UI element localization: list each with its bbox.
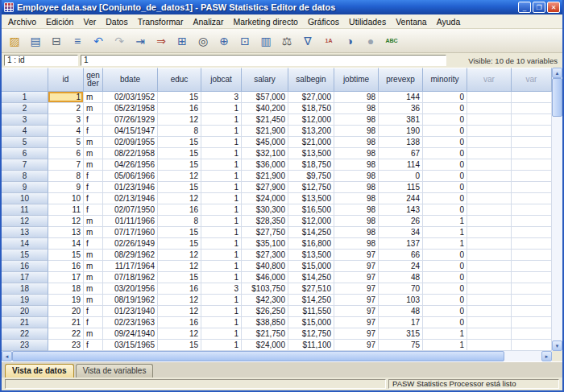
cell[interactable]: 02/23/1963 bbox=[103, 317, 158, 328]
row-header[interactable]: 10 bbox=[2, 193, 48, 204]
cell[interactable]: 26 bbox=[379, 216, 423, 227]
cell[interactable] bbox=[512, 261, 552, 272]
column-header-prevexp[interactable]: prevexp bbox=[379, 68, 423, 92]
cell[interactable]: m bbox=[84, 92, 103, 103]
menu-archivo[interactable]: Archivo bbox=[3, 15, 41, 28]
cell[interactable]: 144 bbox=[379, 92, 423, 103]
hscroll-thumb[interactable] bbox=[12, 351, 504, 361]
cell[interactable]: 15 bbox=[158, 92, 201, 103]
vscroll-thumb[interactable] bbox=[552, 78, 562, 117]
cell[interactable]: 08/19/1962 bbox=[103, 295, 158, 306]
cell[interactable] bbox=[512, 250, 552, 261]
row-header[interactable]: 8 bbox=[2, 171, 48, 182]
cell[interactable]: 02/09/1955 bbox=[103, 137, 158, 148]
cell[interactable]: 1 bbox=[423, 340, 467, 351]
cell[interactable] bbox=[467, 272, 512, 283]
cell[interactable]: 1 bbox=[201, 148, 242, 159]
cell[interactable] bbox=[467, 250, 512, 261]
cell[interactable]: 0 bbox=[423, 204, 467, 216]
cell[interactable] bbox=[512, 283, 552, 295]
cell[interactable]: 02/03/1952 bbox=[103, 92, 158, 103]
cell[interactable]: 0 bbox=[423, 283, 467, 295]
cell[interactable]: 0 bbox=[423, 159, 467, 171]
cell[interactable]: 98 bbox=[334, 159, 379, 171]
cell[interactable]: 97 bbox=[334, 272, 379, 283]
cell[interactable]: 02/13/1946 bbox=[103, 193, 158, 204]
cell[interactable] bbox=[467, 148, 512, 159]
cell[interactable] bbox=[467, 204, 512, 216]
cell[interactable]: $13,500 bbox=[288, 193, 334, 204]
cell[interactable]: 1 bbox=[201, 227, 242, 238]
cell[interactable]: 19 bbox=[48, 295, 84, 306]
cell[interactable]: 05/06/1966 bbox=[103, 171, 158, 182]
open-data-icon[interactable]: ▨ bbox=[5, 31, 24, 51]
cell[interactable]: f bbox=[84, 340, 103, 351]
cell[interactable] bbox=[512, 92, 552, 103]
value-labels-icon[interactable]: 1A bbox=[319, 31, 338, 51]
cell[interactable] bbox=[512, 272, 552, 283]
cell[interactable] bbox=[467, 171, 512, 182]
cell[interactable]: m bbox=[84, 328, 103, 340]
row-header[interactable]: 19 bbox=[2, 295, 48, 306]
cell[interactable]: $12,750 bbox=[288, 182, 334, 193]
cell[interactable]: 02/26/1949 bbox=[103, 238, 158, 250]
menu-datos[interactable]: Datos bbox=[101, 15, 132, 28]
cell[interactable]: $30,300 bbox=[242, 204, 288, 216]
cell[interactable]: 1 bbox=[201, 216, 242, 227]
show-all-variables-icon[interactable]: ● bbox=[361, 31, 380, 51]
cell[interactable]: 01/11/1966 bbox=[103, 216, 158, 227]
cell[interactable]: $45,000 bbox=[242, 137, 288, 148]
menu-analizar[interactable]: Analizar bbox=[188, 15, 228, 28]
cell[interactable]: 12 bbox=[158, 261, 201, 272]
cell[interactable]: $21,450 bbox=[242, 114, 288, 126]
cell[interactable]: 98 bbox=[334, 103, 379, 114]
cell[interactable]: $16,500 bbox=[288, 204, 334, 216]
cell[interactable]: 12 bbox=[158, 250, 201, 261]
cell[interactable]: 16 bbox=[158, 317, 201, 328]
cell[interactable]: $21,000 bbox=[288, 137, 334, 148]
cell[interactable]: $40,800 bbox=[242, 261, 288, 272]
cell[interactable]: 0 bbox=[423, 92, 467, 103]
cell[interactable] bbox=[467, 182, 512, 193]
cell[interactable]: m bbox=[84, 216, 103, 227]
cell[interactable]: 0 bbox=[423, 103, 467, 114]
menu-ver[interactable]: Ver bbox=[78, 15, 101, 28]
cell[interactable]: 07/17/1960 bbox=[103, 227, 158, 238]
cell[interactable]: 03/15/1965 bbox=[103, 340, 158, 351]
cell[interactable]: $13,500 bbox=[288, 250, 334, 261]
scroll-up-icon[interactable]: ▲ bbox=[552, 68, 562, 78]
cell[interactable]: 1 bbox=[201, 340, 242, 351]
cell[interactable]: 98 bbox=[334, 193, 379, 204]
cell[interactable]: 0 bbox=[423, 137, 467, 148]
cell[interactable] bbox=[512, 171, 552, 182]
cell[interactable]: 15 bbox=[158, 238, 201, 250]
row-header[interactable]: 18 bbox=[2, 283, 48, 295]
menu-gráficos[interactable]: Gráficos bbox=[303, 15, 344, 28]
cell[interactable]: 98 bbox=[334, 238, 379, 250]
cell[interactable]: $36,000 bbox=[242, 159, 288, 171]
print-icon[interactable]: ⊟ bbox=[47, 31, 66, 51]
cell[interactable]: $27,300 bbox=[242, 250, 288, 261]
cell[interactable]: 115 bbox=[379, 182, 423, 193]
cell[interactable] bbox=[512, 227, 552, 238]
cell[interactable]: 190 bbox=[379, 126, 423, 137]
cell[interactable]: $14,250 bbox=[288, 227, 334, 238]
cell[interactable]: $18,750 bbox=[288, 103, 334, 114]
cell[interactable] bbox=[512, 204, 552, 216]
cell[interactable]: 36 bbox=[379, 103, 423, 114]
cell[interactable]: 143 bbox=[379, 204, 423, 216]
cell[interactable]: 5 bbox=[48, 137, 84, 148]
cell[interactable]: $21,750 bbox=[242, 328, 288, 340]
cell[interactable]: 67 bbox=[379, 148, 423, 159]
cell[interactable]: $42,300 bbox=[242, 295, 288, 306]
find-icon[interactable]: ◎ bbox=[193, 31, 213, 51]
cell[interactable]: 34 bbox=[379, 227, 423, 238]
cell[interactable]: 0 bbox=[423, 193, 467, 204]
cell[interactable] bbox=[467, 137, 512, 148]
row-header[interactable]: 15 bbox=[2, 250, 48, 261]
menu-transformar[interactable]: Transformar bbox=[133, 15, 189, 28]
cell[interactable]: 98 bbox=[334, 137, 379, 148]
cell[interactable]: 16 bbox=[48, 261, 84, 272]
cell[interactable]: 98 bbox=[334, 216, 379, 227]
cell[interactable]: $26,250 bbox=[242, 306, 288, 317]
